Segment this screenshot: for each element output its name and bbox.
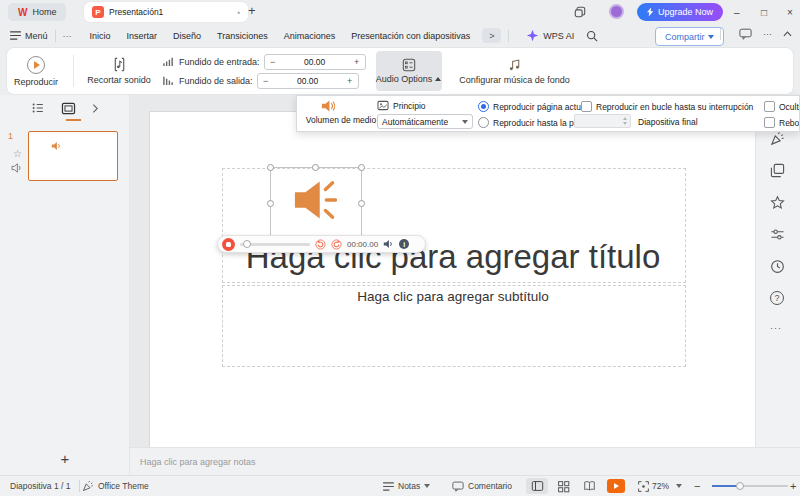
zoom-slider[interactable] [712, 476, 788, 496]
expand-panel-icon[interactable] [92, 103, 99, 114]
menu-more-button[interactable]: ··· [63, 31, 72, 41]
tab-insertar[interactable]: Insertar [127, 31, 158, 41]
seek-handle[interactable] [243, 240, 251, 248]
notes-toggle-button[interactable]: Notas [383, 476, 430, 496]
theme-button[interactable]: Office Theme [82, 476, 149, 496]
media-volume-label: Volumen de medio [306, 115, 376, 125]
main-menu-button[interactable]: Menú [10, 31, 48, 41]
audio-object-icon[interactable] [291, 179, 337, 221]
zoom-slider-handle[interactable] [736, 482, 744, 490]
zoom-out-button[interactable]: − [694, 476, 700, 496]
start-mode-select[interactable]: Automáticamente [377, 114, 473, 129]
search-button[interactable] [586, 30, 598, 42]
subtitle-placeholder-text[interactable]: Haga clic para agregar subtítulo [222, 289, 684, 304]
slide[interactable]: Haga clic para agregar título Haga clic … [150, 112, 755, 447]
maximize-button[interactable]: □ [761, 0, 767, 24]
skip-back-button[interactable] [315, 239, 326, 250]
resize-handle[interactable] [358, 164, 365, 171]
favorites-star-icon[interactable] [770, 195, 785, 210]
slide-number: 1 [8, 131, 13, 141]
normal-view-button[interactable] [526, 478, 548, 494]
audio-player-bar[interactable]: 00:00.00 i [217, 235, 426, 253]
notes-bar[interactable]: Haga clic para agregar notas [130, 447, 800, 475]
new-tab-button[interactable]: + [248, 3, 256, 18]
zoom-in-button[interactable]: + [790, 476, 796, 496]
notes-icon [383, 482, 394, 491]
checkbox-icon[interactable] [581, 101, 592, 112]
reading-view-button[interactable] [578, 478, 600, 494]
tab-presentacion-con-diapositivas[interactable]: Presentación con diapositivas [351, 31, 470, 41]
player-play-button[interactable] [222, 238, 235, 251]
slide-library-icon[interactable] [770, 163, 785, 178]
resize-handle[interactable] [267, 164, 274, 171]
start-mode-value: Automáticamente [382, 117, 448, 127]
home-tab[interactable]: W Home [8, 3, 66, 21]
close-button[interactable]: × [787, 0, 793, 24]
fade-out-value[interactable]: 00.00 [274, 76, 342, 86]
radio-selected-icon[interactable] [478, 101, 489, 112]
comment-icon[interactable] [739, 28, 752, 40]
help-icon[interactable]: ? [770, 291, 784, 305]
resize-handle[interactable] [267, 200, 274, 207]
slideshow-play-button[interactable] [607, 479, 625, 493]
checkbox-icon[interactable] [764, 117, 775, 128]
user-avatar[interactable] [609, 4, 624, 19]
settings-sliders-icon[interactable] [770, 227, 785, 242]
ribbon-toolbar: Reproducir Recortar sonido Fundido de en… [6, 47, 794, 95]
fade-out-stepper[interactable]: − 00.00 + [257, 73, 359, 89]
fade-out-increase-button[interactable]: + [342, 76, 358, 86]
document-tab[interactable]: P Presentación1 ● [84, 2, 248, 22]
radio-icon[interactable] [478, 117, 489, 128]
add-slide-button[interactable]: + [0, 450, 130, 467]
tab-overflow-button[interactable]: > [482, 28, 501, 43]
spinner-up-icon[interactable] [623, 117, 627, 120]
history-clock-icon[interactable] [770, 259, 785, 274]
play-current-option[interactable]: Reproducir página actual [478, 101, 588, 112]
collapse-ribbon-icon[interactable] [783, 31, 792, 37]
fade-in-value[interactable]: 00.00 [281, 57, 349, 67]
fade-in-increase-button[interactable]: + [349, 57, 365, 67]
loop-option[interactable]: Reproducir en bucle hasta su interrupció… [581, 101, 753, 112]
tab-diseno[interactable]: Diseño [173, 31, 201, 41]
skip-forward-button[interactable] [331, 239, 342, 250]
slide-sorter-view-button[interactable] [552, 478, 574, 494]
whats-new-icon[interactable] [770, 131, 785, 146]
audio-options-button[interactable]: Audio Options [376, 51, 442, 91]
player-volume-icon[interactable] [383, 239, 394, 249]
spinner-down-icon[interactable] [623, 122, 627, 125]
comment-button[interactable]: Comentario [452, 476, 512, 496]
background-music-button[interactable]: Configurar música de fondo [456, 58, 574, 85]
play-audio-button[interactable]: Reproducir [7, 56, 65, 87]
minimize-button[interactable]: – [734, 0, 740, 24]
rewind-option[interactable]: Rebobinar [764, 117, 800, 128]
checkbox-icon[interactable] [764, 101, 775, 112]
slide-star-icon[interactable]: ☆ [13, 148, 22, 159]
player-seek-slider[interactable] [240, 243, 310, 246]
fit-slide-button[interactable] [632, 478, 654, 494]
slide-1-thumbnail[interactable] [28, 131, 118, 181]
caret-down-icon [676, 484, 682, 488]
slide-view-icon[interactable] [61, 102, 76, 115]
wps-ai-button[interactable]: WPS AI [526, 29, 574, 42]
play-until-page-input[interactable] [574, 114, 631, 128]
upgrade-now-button[interactable]: Upgrade Now [637, 3, 723, 21]
tab-animaciones[interactable]: Animaciones [284, 31, 336, 41]
fade-out-decrease-button[interactable]: − [258, 76, 274, 86]
sparkle-icon [526, 29, 539, 42]
player-info-button[interactable]: i [399, 239, 409, 249]
fade-in-decrease-button[interactable]: − [265, 57, 281, 67]
fade-in-stepper[interactable]: − 00.00 + [264, 54, 366, 70]
comment-label: Comentario [468, 481, 512, 491]
resize-handle[interactable] [312, 164, 319, 171]
more-icon[interactable]: ··· [770, 323, 782, 333]
tab-switcher-icon[interactable] [574, 6, 586, 18]
outline-view-icon[interactable] [31, 101, 45, 115]
menu-label: Menú [25, 31, 48, 41]
tab-inicio[interactable]: Inicio [90, 31, 111, 41]
trim-audio-button[interactable]: Recortar sonido [82, 57, 156, 85]
toolbar-more-button[interactable]: ··· [763, 29, 772, 39]
zoom-level-button[interactable]: 72% [652, 476, 682, 496]
resize-handle[interactable] [358, 200, 365, 207]
tab-transiciones[interactable]: Transiciones [217, 31, 268, 41]
hidden-option[interactable]: Oculto [764, 101, 800, 112]
